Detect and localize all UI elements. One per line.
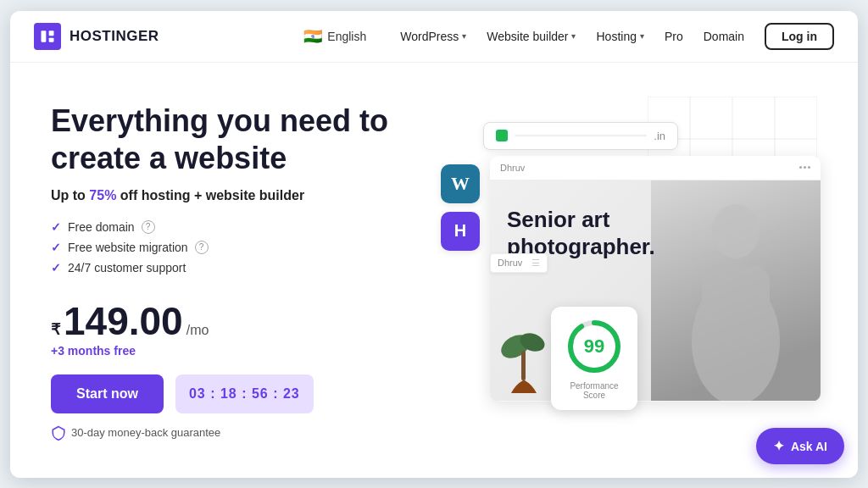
svg-rect-0: [42, 30, 47, 42]
features-list: ✓ Free domain ? ✓ Free website migration…: [51, 220, 407, 281]
performance-score-number: 99: [584, 336, 604, 358]
check-icon: ✓: [51, 220, 61, 234]
feature-free-migration: ✓ Free website migration ?: [51, 241, 407, 254]
person-image-area: [651, 180, 821, 401]
chevron-down-icon: ▾: [571, 31, 576, 41]
nav-domain[interactable]: Domain: [704, 30, 744, 43]
check-icon: ✓: [51, 261, 61, 274]
language-selector[interactable]: 🇮🇳 English: [303, 27, 366, 46]
logo-text: HOSTINGER: [70, 28, 159, 45]
website-preview-card: Dhruv Senior art photographer.: [490, 156, 821, 402]
hero-title: Everything you need to create a website: [51, 103, 407, 175]
nav-wordpress[interactable]: WordPress ▾: [400, 30, 466, 43]
hero-subtitle: Up to 75% off hosting + website builder: [51, 188, 407, 203]
domain-tld: .in: [654, 130, 665, 142]
card-website-name: Dhruv: [500, 163, 525, 173]
logo-icon: [34, 23, 61, 50]
performance-circle: 99: [565, 317, 624, 376]
countdown-timer: 03 : 18 : 56 : 23: [175, 374, 314, 413]
person-svg: [668, 197, 804, 401]
nav-pro[interactable]: Pro: [665, 30, 683, 43]
free-months-label: +3 months free: [51, 344, 407, 358]
info-icon[interactable]: ?: [142, 220, 155, 234]
shield-icon: [51, 425, 66, 441]
info-icon[interactable]: ?: [195, 241, 209, 254]
hostinger-h-icon: H: [454, 221, 466, 241]
svg-rect-1: [49, 30, 54, 36]
price-display: ₹ 149.00 /mo: [51, 302, 407, 341]
svg-rect-2: [49, 37, 54, 42]
person-silhouette: [651, 180, 821, 401]
card-nav-label: Dhruv ☰: [490, 253, 548, 273]
sparkle-icon: ✦: [773, 438, 784, 454]
plant-decoration: [498, 321, 549, 401]
language-label: English: [327, 30, 366, 43]
card-body: Senior art photographer.: [490, 180, 821, 401]
performance-score-card: 99 PerformanceScore: [551, 307, 637, 410]
domain-search-bar: .in: [483, 122, 678, 150]
illustration: .in W H Dhruv: [432, 97, 817, 435]
nav-menu-icon: ☰: [531, 258, 540, 268]
start-now-button[interactable]: Start now: [51, 374, 164, 413]
ask-ai-button[interactable]: ✦ Ask AI: [756, 428, 844, 464]
login-button[interactable]: Log in: [765, 23, 834, 50]
hero-right-column: .in W H Dhruv: [432, 97, 817, 447]
feature-free-domain: ✓ Free domain ?: [51, 220, 407, 234]
card-hero-text: Senior art photographer.: [507, 206, 655, 261]
cta-row: Start now 03 : 18 : 56 : 23: [51, 374, 407, 413]
hero-left-column: Everything you need to create a website …: [51, 97, 407, 447]
nav-hosting[interactable]: Hosting ▾: [596, 30, 643, 43]
card-menu-icon: [799, 166, 810, 169]
wordpress-icon-box: W: [441, 164, 480, 203]
feature-support: ✓ 24/7 customer support: [51, 261, 407, 274]
nav-website-builder[interactable]: Website builder ▾: [487, 30, 576, 43]
domain-status-dot: [496, 130, 508, 141]
chevron-down-icon: ▾: [462, 31, 466, 41]
svg-point-13: [712, 204, 760, 258]
svg-rect-18: [521, 351, 526, 380]
wordpress-icon: W: [451, 173, 470, 195]
flag-icon: 🇮🇳: [303, 27, 322, 46]
logo-area: HOSTINGER: [34, 23, 159, 50]
check-icon: ✓: [51, 241, 61, 254]
chevron-down-icon: ▾: [640, 31, 644, 41]
hostinger-icon-box: H: [441, 212, 480, 251]
guarantee-text: 30-day money-back guarantee: [51, 425, 407, 441]
card-header: Dhruv: [490, 156, 821, 180]
domain-input-line: [515, 135, 647, 136]
performance-score-label: PerformanceScore: [565, 381, 624, 400]
main-nav: WordPress ▾ Website builder ▾ Hosting ▾ …: [400, 23, 834, 50]
svg-rect-15: [702, 265, 770, 350]
